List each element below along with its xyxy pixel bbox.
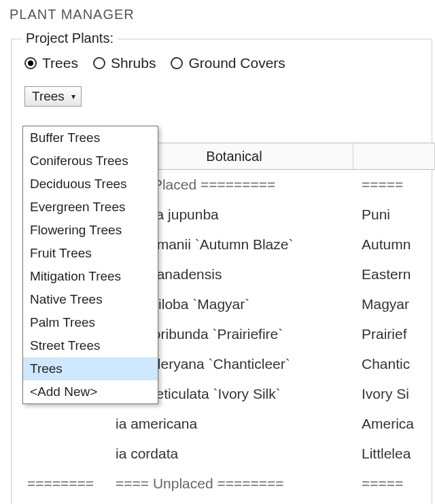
radio-shrubs[interactable]: Shrubs	[93, 55, 156, 71]
cell-common: Eastern	[353, 266, 435, 283]
dropdown-item[interactable]: Fruit Trees	[23, 242, 158, 265]
cell-common: Prairief	[353, 326, 435, 342]
dropdown-item[interactable]: Mitigation Trees	[23, 265, 158, 288]
cell-common: Littlelea	[353, 446, 435, 462]
dropdown-item[interactable]: Flowering Trees	[23, 219, 158, 242]
dropdown-item[interactable]: Deciduous Trees	[23, 173, 158, 196]
radio-trees-label: Trees	[42, 55, 78, 71]
dropdown-item[interactable]: Native Trees	[23, 288, 158, 311]
dropdown-item[interactable]: Palm Trees	[23, 311, 158, 334]
cell-botanical: ia cordata	[116, 446, 353, 462]
table-row[interactable]: ia americanaAmerica	[23, 409, 435, 439]
category-dropdown-button[interactable]: Trees ▾	[24, 86, 82, 107]
radio-icon	[171, 57, 183, 69]
table-row[interactable]: ABI ALBAbies albaSilver F	[23, 499, 435, 504]
chevron-down-icon: ▾	[71, 92, 75, 101]
cell-common: America	[353, 416, 435, 432]
cell-code: ========	[23, 475, 116, 492]
table-header-common[interactable]	[353, 143, 435, 169]
radio-icon	[93, 57, 105, 69]
dropdown-item[interactable]: Street Trees	[23, 334, 158, 357]
dropdown-item[interactable]: Trees	[23, 357, 158, 380]
cell-botanical: ==== Unplaced ========	[116, 475, 353, 492]
table-separator-row: ============ Unplaced =============	[23, 469, 435, 499]
project-plants-group: Project Plants: Trees Shrubs Ground Cove…	[11, 31, 432, 115]
dropdown-item[interactable]: <Add New>	[23, 380, 158, 403]
dropdown-button-label: Trees	[32, 89, 65, 104]
radio-trees[interactable]: Trees	[24, 55, 78, 71]
radio-ground-covers-label: Ground Covers	[188, 55, 285, 71]
category-dropdown-list[interactable]: Buffer TreesConiferous TreesDeciduous Tr…	[22, 126, 158, 404]
cell-common: Autumn	[353, 236, 435, 253]
dropdown-item[interactable]: Buffer Trees	[23, 126, 158, 149]
plant-type-radios: Trees Shrubs Ground Covers	[22, 43, 424, 71]
radio-shrubs-label: Shrubs	[111, 55, 156, 71]
dropdown-item[interactable]: Coniferous Trees	[23, 149, 158, 173]
cell-common: Chantic	[353, 356, 435, 372]
cell-botanical: ia americana	[116, 416, 353, 432]
dropdown-item[interactable]: Evergreen Trees	[23, 196, 158, 219]
window-title: PLANT MANAGER	[0, 0, 435, 26]
cell-common: Ivory Si	[353, 386, 435, 402]
radio-ground-covers[interactable]: Ground Covers	[171, 55, 285, 71]
cell-common: =====	[353, 475, 435, 492]
cell-common: Puni	[353, 206, 435, 223]
cell-common: =====	[353, 177, 435, 193]
table-row[interactable]: ia cordataLittlelea	[23, 439, 435, 469]
radio-icon-selected	[24, 57, 37, 69]
cell-common: Magyar	[353, 296, 435, 312]
